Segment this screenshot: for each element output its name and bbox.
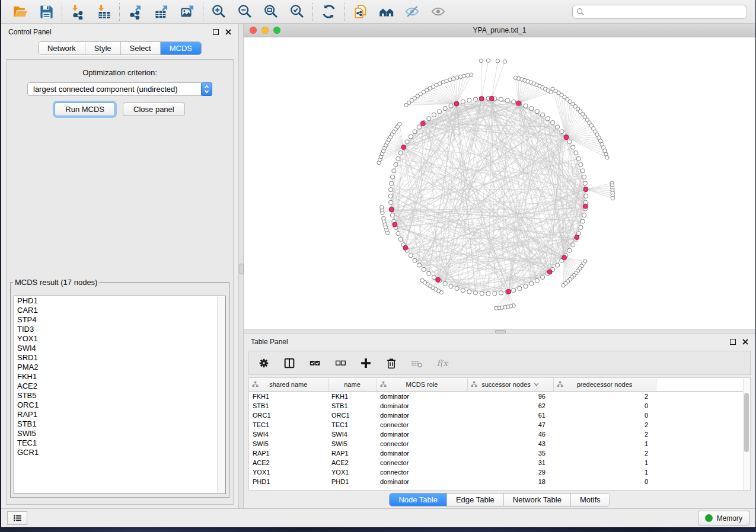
- horizontal-splitter[interactable]: [244, 329, 755, 334]
- tab-mcds[interactable]: MCDS: [160, 42, 201, 55]
- cell-MCDS-role[interactable]: dominator: [377, 401, 467, 411]
- cell-MCDS-role[interactable]: dominator: [377, 411, 467, 420]
- memory-button[interactable]: Memory: [698, 511, 749, 525]
- columns-button[interactable]: [282, 356, 296, 370]
- duplicate-network-button[interactable]: [352, 4, 368, 20]
- table-row[interactable]: SWI5SWI5connector431: [249, 439, 744, 448]
- close-panel-button[interactable]: Close panel: [123, 102, 185, 116]
- cell-predecessor-nodes[interactable]: 2: [553, 448, 656, 458]
- table-scrollbar-thumb[interactable]: [744, 393, 749, 452]
- cell-predecessor-nodes[interactable]: 0: [553, 477, 656, 486]
- zoom-in-button[interactable]: [210, 4, 227, 20]
- cell-successor-nodes[interactable]: 35: [467, 448, 553, 458]
- cell-successor-nodes[interactable]: 96: [467, 392, 553, 402]
- table-scrollbar[interactable]: [743, 378, 750, 490]
- cell-MCDS-role[interactable]: connector: [377, 458, 467, 467]
- cell-name[interactable]: PHD1: [328, 477, 377, 486]
- result-node-item[interactable]: SRD1: [14, 353, 225, 363]
- cell-successor-nodes[interactable]: 47: [467, 420, 553, 430]
- cell-MCDS-role[interactable]: dominator: [377, 430, 467, 439]
- result-node-item[interactable]: TID3: [14, 325, 225, 334]
- close-panel-icon[interactable]: [225, 29, 231, 35]
- table-tab-network-table[interactable]: Network Table: [503, 493, 570, 506]
- cell-name[interactable]: STB1: [328, 401, 377, 411]
- optimization-criterion-select[interactable]: largest connected component (undirected): [27, 82, 212, 96]
- table-row[interactable]: ACE2ACE2connector311: [249, 458, 744, 467]
- result-node-item[interactable]: ORC1: [14, 400, 225, 410]
- cell-MCDS-role[interactable]: connector: [377, 420, 467, 430]
- cell-predecessor-nodes[interactable]: 0: [553, 411, 656, 420]
- cell-MCDS-role[interactable]: dominator: [377, 477, 467, 486]
- table-row[interactable]: PHD1PHD1dominator180: [249, 477, 744, 486]
- table-row[interactable]: ORC1ORC1dominator610: [249, 411, 744, 420]
- result-node-item[interactable]: RAP1: [14, 410, 225, 419]
- table-tab-edge-table[interactable]: Edge Table: [446, 493, 503, 506]
- cell-name[interactable]: FKH1: [328, 392, 377, 402]
- cell-successor-nodes[interactable]: 61: [467, 411, 553, 420]
- cell-successor-nodes[interactable]: 29: [467, 467, 553, 477]
- table-row[interactable]: STB1STB1dominator620: [249, 401, 744, 411]
- cell-predecessor-nodes[interactable]: 1: [553, 439, 656, 448]
- cell-successor-nodes[interactable]: 18: [467, 477, 553, 486]
- export-table-button[interactable]: [153, 4, 170, 20]
- column-header-name[interactable]: name: [328, 378, 377, 392]
- cell-shared-name[interactable]: SWI4: [249, 430, 328, 439]
- cell-MCDS-role[interactable]: dominator: [377, 448, 467, 458]
- column-header-shared-name[interactable]: shared name: [249, 378, 328, 392]
- table-tab-node-table[interactable]: Node Table: [390, 493, 446, 506]
- delete-row-button[interactable]: [384, 356, 398, 370]
- vertical-splitter[interactable]: [238, 24, 244, 508]
- result-node-item[interactable]: STB1: [14, 419, 225, 429]
- table-row[interactable]: FKH1FKH1dominator962: [249, 392, 744, 402]
- import-network-button[interactable]: [69, 4, 86, 20]
- column-header-predecessor-nodes[interactable]: predecessor nodes: [553, 378, 656, 392]
- result-node-item[interactable]: FKH1: [14, 372, 225, 382]
- cell-shared-name[interactable]: STB1: [249, 401, 328, 411]
- cell-name[interactable]: SWI5: [328, 439, 377, 448]
- cell-shared-name[interactable]: ACE2: [249, 458, 328, 467]
- cell-name[interactable]: TEC1: [328, 420, 377, 430]
- table-row[interactable]: RAP1RAP1dominator352: [249, 448, 744, 458]
- cell-predecessor-nodes[interactable]: 1: [553, 458, 656, 467]
- refresh-view-button[interactable]: [320, 4, 337, 20]
- cell-MCDS-role[interactable]: connector: [377, 439, 467, 448]
- cell-successor-nodes[interactable]: 43: [467, 439, 553, 448]
- cell-name[interactable]: RAP1: [328, 448, 377, 458]
- select-all-button[interactable]: [308, 356, 322, 370]
- import-table-button[interactable]: [95, 4, 112, 20]
- window-maximize-button[interactable]: [273, 27, 280, 34]
- column-header-successor-nodes[interactable]: successor nodes: [467, 378, 553, 392]
- save-session-button[interactable]: [38, 4, 55, 20]
- result-node-item[interactable]: CAR1: [14, 306, 225, 315]
- result-node-item[interactable]: PMA2: [14, 363, 225, 372]
- cell-shared-name[interactable]: TEC1: [249, 420, 328, 430]
- gear-button[interactable]: [257, 356, 271, 370]
- show-all-button[interactable]: [430, 4, 446, 20]
- column-header-MCDS-role[interactable]: MCDS role: [377, 378, 467, 392]
- result-node-item[interactable]: SWI5: [14, 429, 225, 438]
- result-node-item[interactable]: ACE2: [14, 382, 225, 391]
- cell-successor-nodes[interactable]: 62: [467, 401, 553, 411]
- cell-name[interactable]: ORC1: [328, 411, 377, 420]
- result-node-item[interactable]: PHD1: [14, 296, 225, 306]
- first-neighbors-button[interactable]: [378, 4, 394, 20]
- cell-MCDS-role[interactable]: dominator: [377, 392, 467, 402]
- export-network-button[interactable]: [127, 4, 143, 20]
- cell-successor-nodes[interactable]: 46: [467, 430, 553, 439]
- run-mcds-button[interactable]: Run MCDS: [55, 102, 115, 116]
- search-input[interactable]: [572, 5, 747, 19]
- zoom-selected-button[interactable]: [289, 4, 305, 20]
- close-table-panel-icon[interactable]: [742, 339, 748, 345]
- tab-select[interactable]: Select: [120, 42, 160, 55]
- cell-name[interactable]: ACE2: [328, 458, 377, 467]
- window-minimize-button[interactable]: [261, 27, 269, 34]
- zoom-fit-button[interactable]: [263, 4, 279, 20]
- cell-MCDS-role[interactable]: connector: [377, 467, 467, 477]
- float-panel-icon[interactable]: [213, 29, 219, 35]
- cell-shared-name[interactable]: FKH1: [249, 392, 328, 402]
- export-image-button[interactable]: [179, 4, 196, 20]
- cell-shared-name[interactable]: RAP1: [249, 448, 328, 458]
- add-row-button[interactable]: [359, 356, 373, 370]
- deselect-all-button[interactable]: [333, 356, 347, 370]
- table-row[interactable]: TEC1TEC1connector472: [249, 420, 744, 430]
